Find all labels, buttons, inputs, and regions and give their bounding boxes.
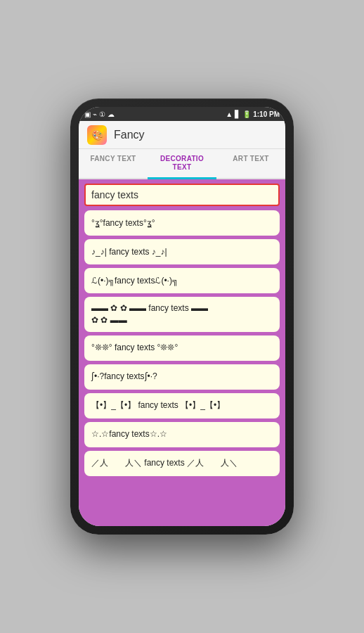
list-item[interactable]: ♪_♪| fancy texts ♪_♪|: [84, 239, 280, 264]
cloud-icon: ☁: [108, 110, 115, 118]
status-left-icons: ▣ ⌁ ① ☁: [84, 110, 115, 118]
search-input[interactable]: [84, 184, 280, 206]
tab-bar: FANCY TEXT DECORATIOTEXT ART TEXT: [79, 149, 285, 179]
list-item[interactable]: ℒ(•·)╗fancy textsℒ(•·)╗: [84, 268, 280, 293]
status-bar: ▣ ⌁ ① ☁ ▲ ▋ 🔋 1:10 PM: [79, 107, 285, 121]
phone-device: ▣ ⌁ ① ☁ ▲ ▋ 🔋 1:10 PM 🎨 Fancy: [70, 98, 294, 535]
time-display: 1:10 PM: [253, 110, 280, 118]
notif-icon: ①: [99, 110, 105, 118]
tab-fancy-text[interactable]: FANCY TEXT: [79, 149, 148, 178]
tab-decoration-text[interactable]: DECORATIOTEXT: [148, 149, 216, 179]
list-item[interactable]: °ʓ°fancy texts°ʓ°: [84, 210, 280, 236]
list-item[interactable]: 【•】_【•】 fancy texts 【•】_【•】: [84, 393, 280, 418]
list-item[interactable]: ʃ•·?fancy textsʃ•·?: [84, 364, 280, 390]
signal-icon: ▋: [235, 110, 240, 118]
app-title: Fancy: [114, 129, 145, 141]
app-bar: 🎨 Fancy: [79, 121, 285, 149]
list-item[interactable]: ☆.☆fancy texts☆.☆: [84, 422, 280, 447]
battery-icon: 🔋: [242, 110, 251, 118]
tab-art-text[interactable]: ART TEXT: [216, 149, 285, 178]
status-right-icons: ▲ ▋ 🔋 1:10 PM: [226, 110, 280, 118]
results-list: °ʓ°fancy texts°ʓ° ♪_♪| fancy texts ♪_♪| …: [79, 210, 285, 526]
list-item[interactable]: ▬▬ ✿ ✿ ▬▬ fancy texts ▬▬✿ ✿ ▬▬: [84, 297, 280, 332]
list-item[interactable]: °❊❊° fancy texts °❊❊°: [84, 335, 280, 361]
screen: ▣ ⌁ ① ☁ ▲ ▋ 🔋 1:10 PM 🎨 Fancy: [79, 107, 285, 526]
app-icon-emoji: 🎨: [91, 129, 103, 141]
search-container: [79, 179, 285, 210]
sim-icon: ▣: [84, 110, 91, 118]
usb-icon: ⌁: [93, 110, 97, 118]
list-item[interactable]: ／人 人＼ fancy texts ／人 人＼: [84, 451, 280, 476]
phone-screen-container: ▣ ⌁ ① ☁ ▲ ▋ 🔋 1:10 PM 🎨 Fancy: [79, 107, 285, 526]
app-icon: 🎨: [87, 125, 107, 145]
wifi-icon: ▲: [226, 110, 233, 118]
